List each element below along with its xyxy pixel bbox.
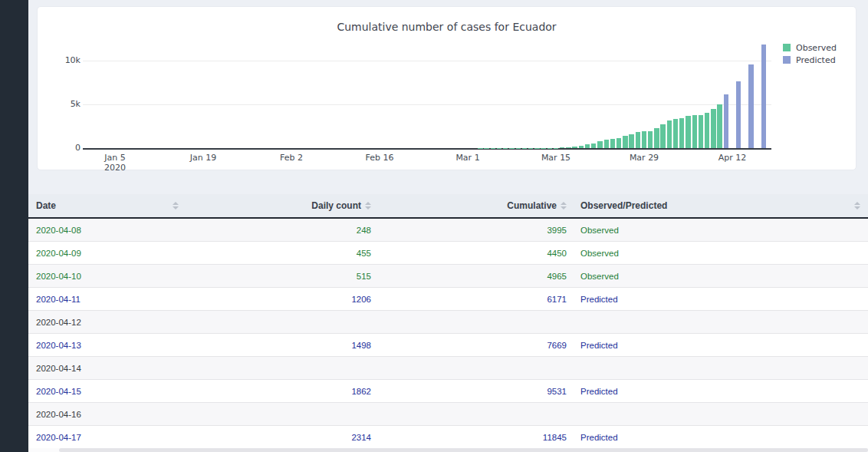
bar-observed-2020-04-02 xyxy=(667,120,672,148)
bar-observed-2020-03-29 xyxy=(642,131,646,148)
sidebar xyxy=(0,0,28,452)
cell-date: 2020-04-09 xyxy=(28,249,189,258)
column-header-daily-count[interactable]: Daily count xyxy=(189,194,375,217)
column-header-observed-predicted[interactable]: Observed/Predicted xyxy=(570,194,868,217)
chart-card: Cumulative number of cases for Ecuador 1… xyxy=(37,6,856,170)
legend-label-predicted: Predicted xyxy=(796,55,836,65)
bar-predicted-2020-04-11 xyxy=(724,94,728,148)
table-row: 2020-04-1518629531Predicted xyxy=(28,380,868,403)
column-header-cumulative[interactable]: Cumulative xyxy=(375,194,570,217)
chart-title: Cumulative number of cases for Ecuador xyxy=(38,21,856,33)
x-tick-mar-1: Mar 1 xyxy=(433,153,502,163)
table-row: 2020-04-16 xyxy=(28,403,868,426)
bar-predicted-2020-04-13 xyxy=(736,81,741,148)
bar-observed-2020-04-04 xyxy=(679,118,684,149)
cell-observed-predicted: Observed xyxy=(570,249,868,258)
cell-cumulative: 4965 xyxy=(375,272,570,281)
cell-observed-predicted: Observed xyxy=(570,272,868,281)
bar-observed-2020-03-16 xyxy=(560,147,564,148)
cell-date: 2020-04-12 xyxy=(28,318,189,327)
table-row: 2020-04-1314987669Predicted xyxy=(28,334,868,357)
cell-daily-count: 1206 xyxy=(189,295,375,304)
cell-date: 2020-04-16 xyxy=(28,410,189,419)
cell-cumulative: 3995 xyxy=(375,226,570,235)
bar-observed-2020-03-22 xyxy=(597,141,602,148)
data-table: DateDaily countCumulativeObserved/Predic… xyxy=(28,194,868,449)
bar-predicted-2020-04-17 xyxy=(761,45,766,148)
cell-cumulative: 9531 xyxy=(375,387,570,396)
cell-daily-count: 455 xyxy=(189,249,375,258)
column-header-label: Observed/Predicted xyxy=(580,200,667,211)
table-row: 2020-04-12 xyxy=(28,311,868,334)
x-tick-mar-29: Mar 29 xyxy=(610,153,679,163)
cell-daily-count: 1498 xyxy=(189,341,375,350)
cell-observed-predicted: Predicted xyxy=(570,341,868,350)
table-header-row: DateDaily countCumulativeObserved/Predic… xyxy=(28,194,868,219)
cell-cumulative: 7669 xyxy=(375,341,570,350)
bar-predicted-2020-04-15 xyxy=(748,64,753,148)
horizontal-scrollbar-thumb[interactable] xyxy=(59,448,868,452)
bar-observed-2020-04-10 xyxy=(717,104,722,148)
table-body: 2020-04-082483995Observed2020-04-0945544… xyxy=(28,219,868,449)
table-row: 2020-04-17231411845Predicted xyxy=(28,426,868,449)
cell-observed-predicted: Predicted xyxy=(570,433,868,442)
table-row: 2020-04-082483995Observed xyxy=(28,219,868,242)
x-tick-jan-5: Jan 5 xyxy=(81,153,150,163)
cell-date: 2020-04-15 xyxy=(28,387,189,396)
sort-icon[interactable] xyxy=(173,202,179,210)
bar-observed-2020-03-24 xyxy=(610,139,615,148)
sort-icon[interactable] xyxy=(365,202,371,210)
bar-observed-2020-04-09 xyxy=(711,109,715,148)
table-row: 2020-04-1112066171Predicted xyxy=(28,288,868,311)
cell-daily-count: 2314 xyxy=(189,433,375,442)
table-row: 2020-04-14 xyxy=(28,357,868,380)
column-header-label: Daily count xyxy=(311,200,361,211)
bar-observed-2020-03-27 xyxy=(629,134,633,148)
legend-item-predicted[interactable]: Predicted xyxy=(783,54,837,66)
cell-date: 2020-04-17 xyxy=(28,433,189,442)
x-tick-jan-19: Jan 19 xyxy=(169,153,238,163)
cell-observed-predicted: Predicted xyxy=(570,295,868,304)
y-tick-10k: 10k xyxy=(50,55,81,65)
plot-area xyxy=(83,39,771,148)
table-row: 2020-04-105154965Observed xyxy=(28,265,868,288)
bar-observed-2020-03-26 xyxy=(623,136,627,148)
bar-observed-2020-03-31 xyxy=(654,128,659,148)
legend-swatch-observed-icon xyxy=(783,44,791,51)
cell-observed-predicted: Predicted xyxy=(570,387,868,396)
column-header-label: Date xyxy=(36,200,56,211)
cell-cumulative: 11845 xyxy=(375,433,570,442)
bar-observed-2020-03-23 xyxy=(604,140,609,148)
cell-daily-count: 515 xyxy=(189,272,375,281)
column-header-date[interactable]: Date xyxy=(28,194,189,217)
bar-observed-2020-03-20 xyxy=(585,144,590,148)
table-row: 2020-04-094554450Observed xyxy=(28,242,868,265)
cell-observed-predicted: Observed xyxy=(570,226,868,235)
cell-daily-count: 248 xyxy=(189,226,375,235)
cell-cumulative: 6171 xyxy=(375,295,570,304)
y-tick-0: 0 xyxy=(50,143,81,153)
sort-icon[interactable] xyxy=(854,202,860,210)
x-axis-line xyxy=(83,148,771,150)
x-tick-feb-2: Feb 2 xyxy=(257,153,326,163)
cell-date: 2020-04-14 xyxy=(28,364,189,373)
cell-date: 2020-04-08 xyxy=(28,226,189,235)
legend-swatch-predicted-icon xyxy=(783,56,791,64)
bar-observed-2020-03-19 xyxy=(579,146,584,148)
bar-observed-2020-03-21 xyxy=(591,144,596,148)
bar-observed-2020-03-18 xyxy=(572,147,577,148)
bar-observed-2020-04-08 xyxy=(705,113,709,148)
x-axis-year-label: 2020 xyxy=(81,163,150,173)
cell-cumulative: 4450 xyxy=(375,249,570,258)
bar-observed-2020-03-28 xyxy=(636,132,640,148)
y-tick-5k: 5k xyxy=(50,99,81,109)
x-tick-feb-16: Feb 16 xyxy=(345,153,414,163)
legend-label-observed: Observed xyxy=(796,43,837,53)
sort-icon[interactable] xyxy=(561,202,567,210)
chart-legend: ObservedPredicted xyxy=(783,41,837,66)
cell-date: 2020-04-13 xyxy=(28,341,189,350)
legend-item-observed[interactable]: Observed xyxy=(783,41,837,54)
x-tick-mar-15: Mar 15 xyxy=(521,153,590,163)
column-header-label: Cumulative xyxy=(507,200,557,211)
bar-observed-2020-04-01 xyxy=(660,124,665,148)
